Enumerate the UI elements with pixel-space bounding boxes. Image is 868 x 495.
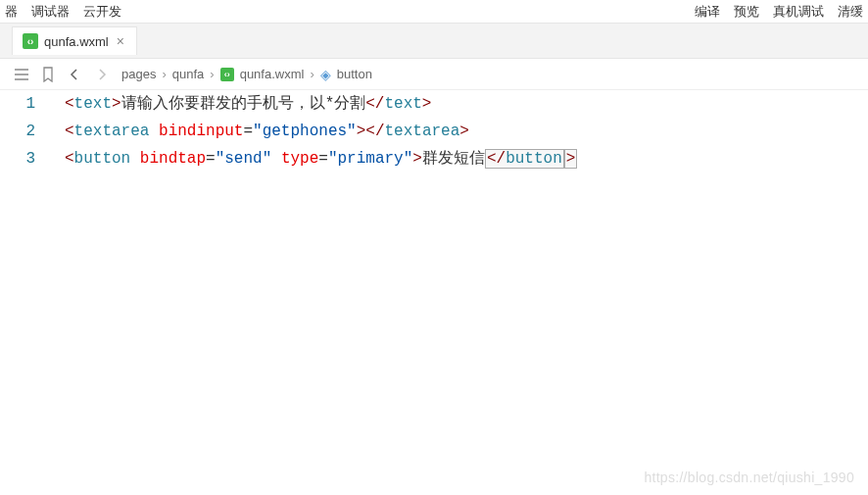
code-line[interactable]: <textarea bindinput="getphones"></textar… — [65, 118, 868, 145]
tab-bar: ‹› qunfa.wxml × — [0, 24, 868, 59]
chevron-right-icon: › — [310, 67, 313, 81]
menu-item-compile[interactable]: 编译 — [695, 3, 720, 21]
breadcrumb-segment[interactable]: qunfa — [172, 67, 205, 81]
nav-back-icon[interactable] — [67, 67, 82, 82]
line-number-gutter: 1 2 3 — [0, 90, 59, 173]
breadcrumb: pages › qunfa › ‹› qunfa.wxml › ◈ button — [121, 67, 372, 82]
nav-forward-icon[interactable] — [94, 67, 110, 82]
code-line[interactable]: <text>请输入你要群发的手机号，以*分割</text> — [65, 90, 868, 118]
list-icon[interactable] — [14, 67, 29, 82]
editor-toolbar: pages › qunfa › ‹› qunfa.wxml › ◈ button — [0, 59, 868, 90]
line-number: 1 — [0, 90, 35, 118]
breadcrumb-file[interactable]: qunfa.wxml — [240, 67, 305, 81]
line-number: 3 — [0, 145, 35, 173]
line-number: 2 — [0, 118, 35, 145]
watermark-text: https://blog.csdn.net/qiushi_1990 — [644, 470, 854, 485]
menu-item-cloud[interactable]: 云开发 — [83, 3, 121, 21]
menu-item-clear-cache[interactable]: 清缓 — [838, 3, 863, 21]
menu-item-debugger[interactable]: 调试器 — [31, 3, 70, 21]
code-editor[interactable]: 1 2 3 <text>请输入你要群发的手机号，以*分割</text> <tex… — [0, 90, 868, 173]
code-line[interactable]: <button bindtap="send" type="primary">群发… — [65, 145, 868, 173]
menu-item-preview[interactable]: 预览 — [734, 3, 759, 21]
wxml-file-icon: ‹› — [220, 68, 234, 81]
chevron-right-icon: › — [162, 67, 166, 81]
cursor-selection: > — [564, 149, 578, 169]
tab-close-icon[interactable]: × — [115, 33, 126, 49]
breadcrumb-segment[interactable]: pages — [121, 67, 156, 81]
chevron-right-icon: › — [210, 67, 214, 81]
top-menu-left: 器 调试器 云开发 — [5, 3, 121, 21]
tab-filename: qunfa.wxml — [44, 34, 109, 49]
file-tab[interactable]: ‹› qunfa.wxml × — [12, 26, 137, 55]
wxml-file-icon: ‹› — [23, 33, 38, 49]
cursor-selection: </button — [485, 149, 564, 169]
bookmark-icon[interactable] — [41, 67, 55, 82]
menu-item-device-debug[interactable]: 真机调试 — [773, 3, 824, 21]
top-menu-right: 编译 预览 真机调试 清缓 — [695, 3, 863, 21]
top-menu-bar: 器 调试器 云开发 编译 预览 真机调试 清缓 — [0, 0, 868, 24]
code-content[interactable]: <text>请输入你要群发的手机号，以*分割</text> <textarea … — [59, 90, 868, 173]
symbol-icon: ◈ — [320, 67, 331, 82]
breadcrumb-symbol[interactable]: button — [337, 67, 372, 81]
menu-item[interactable]: 器 — [5, 3, 18, 21]
